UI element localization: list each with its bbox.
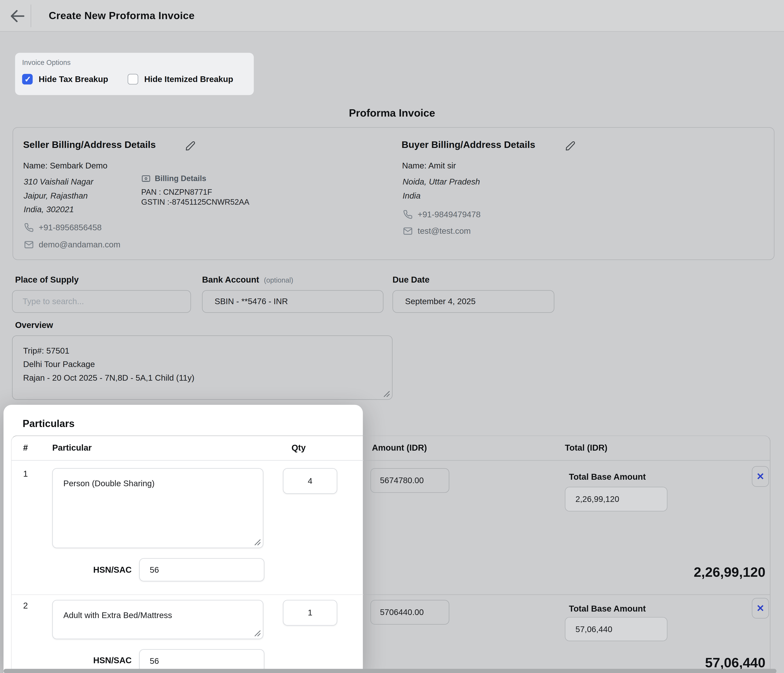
- hsn-sac-label: HSN/SAC: [72, 656, 132, 666]
- hide-tax-breakup-label: Hide Tax Breakup: [39, 75, 108, 84]
- col-header-particular: Particular: [52, 436, 92, 460]
- pencil-icon: [565, 141, 576, 151]
- amount-input[interactable]: [370, 600, 450, 625]
- total-base-amount-label: Total Base Amount: [569, 472, 646, 482]
- pencil-icon: [185, 141, 195, 151]
- row-total: 2,26,99,120: [539, 564, 765, 581]
- bank-account-label: Bank Account (optional): [202, 275, 293, 285]
- particular-textarea[interactable]: Person (Double Sharing): [52, 468, 263, 548]
- phone-icon: [24, 223, 34, 232]
- particular-textarea[interactable]: Adult with Extra Bed/Mattress: [52, 600, 263, 639]
- horizontal-scrollbar[interactable]: [3, 669, 776, 673]
- hide-itemized-breakup-option[interactable]: Hide Itemized Breakup: [128, 74, 233, 84]
- seller-phone-row: +91-8956856458: [24, 223, 102, 232]
- bank-account-select[interactable]: [202, 290, 383, 313]
- row-divider: [12, 595, 770, 595]
- col-header-amount: Amount (IDR): [372, 436, 427, 460]
- page-title: Create New Proforma Invoice: [49, 9, 194, 22]
- seller-email-row: demo@andaman.com: [24, 240, 121, 249]
- invoice-options-title: Invoice Options: [22, 58, 71, 67]
- top-bar: Create New Proforma Invoice: [0, 0, 784, 32]
- amount-input[interactable]: [370, 468, 450, 493]
- buyer-edit-button[interactable]: [565, 141, 576, 151]
- seller-email: demo@andaman.com: [39, 240, 120, 249]
- row-index: 1: [23, 469, 28, 479]
- billing-details-title: Billing Details: [141, 174, 206, 183]
- col-header-index: #: [23, 436, 28, 460]
- seller-address-line: 310 Vaishali Nagar: [23, 177, 93, 187]
- table-header-divider: [12, 460, 770, 461]
- buyer-address-line: India: [403, 191, 420, 201]
- document-title: Proforma Invoice: [0, 107, 784, 119]
- hsn-sac-label: HSN/SAC: [72, 565, 132, 575]
- row-index: 2: [23, 601, 28, 611]
- hide-itemized-breakup-checkbox[interactable]: [128, 74, 138, 84]
- remove-row-button[interactable]: ✕: [752, 466, 769, 487]
- hide-tax-breakup-option[interactable]: Hide Tax Breakup: [22, 74, 108, 84]
- close-icon: ✕: [756, 602, 764, 614]
- buyer-phone: +91-9849479478: [418, 210, 481, 219]
- header-divider: [31, 5, 31, 27]
- overview-label: Overview: [15, 321, 53, 330]
- col-header-qty: Qty: [292, 436, 306, 460]
- place-of-supply-input[interactable]: [12, 290, 191, 313]
- particular-textarea-wrap: Person (Double Sharing): [52, 468, 263, 548]
- due-date-label: Due Date: [392, 275, 429, 285]
- billing-address-card: Seller Billing/Address Details Name: Sem…: [12, 127, 775, 260]
- seller-section-title: Seller Billing/Address Details: [23, 139, 156, 150]
- bank-account-hint: (optional): [264, 276, 293, 284]
- total-base-amount-label: Total Base Amount: [569, 604, 646, 614]
- phone-icon: [403, 210, 412, 219]
- hide-itemized-breakup-label: Hide Itemized Breakup: [144, 75, 233, 84]
- seller-edit-button[interactable]: [185, 141, 195, 151]
- overview-textarea-wrap: Trip#: 57501 Delhi Tour Package Rajan - …: [12, 335, 392, 400]
- buyer-section-title: Buyer Billing/Address Details: [401, 139, 535, 150]
- seller-address-line: India, 302021: [23, 205, 74, 214]
- qty-input[interactable]: [283, 600, 337, 626]
- buyer-email-row: test@test.com: [403, 226, 471, 236]
- mail-icon: [403, 226, 412, 236]
- arrow-left-icon: [9, 7, 26, 25]
- total-base-amount-input[interactable]: [565, 487, 667, 511]
- particular-textarea-wrap: Adult with Extra Bed/Mattress: [52, 600, 263, 639]
- due-date-input[interactable]: [392, 290, 554, 313]
- seller-pan: PAN : CNZPN8771F: [141, 188, 212, 196]
- billing-details-icon: [141, 175, 151, 182]
- mail-icon: [24, 240, 34, 249]
- qty-input[interactable]: [283, 468, 337, 494]
- col-header-total: Total (IDR): [565, 436, 607, 460]
- hide-tax-breakup-checkbox[interactable]: [22, 74, 33, 84]
- invoice-options-card: Invoice Options Hide Tax Breakup Hide It…: [15, 53, 254, 95]
- place-of-supply-label: Place of Supply: [15, 275, 79, 285]
- buyer-email: test@test.com: [418, 226, 471, 236]
- close-icon: ✕: [756, 471, 764, 482]
- remove-row-button[interactable]: ✕: [752, 598, 769, 618]
- overview-textarea[interactable]: Trip#: 57501 Delhi Tour Package Rajan - …: [12, 335, 392, 400]
- particulars-table: # Particular Qty Amount (IDR) Total (IDR…: [11, 436, 770, 673]
- seller-phone: +91-8956856458: [39, 223, 102, 232]
- seller-gstin: GSTIN :-87451125CNWR52AA: [141, 198, 249, 207]
- buyer-phone-row: +91-9849479478: [403, 210, 481, 219]
- buyer-name: Name: Amit sir: [402, 161, 456, 170]
- page: Create New Proforma Invoice Invoice Opti…: [0, 0, 784, 673]
- bank-account-label-text: Bank Account: [202, 275, 259, 285]
- hsn-sac-input[interactable]: [139, 558, 264, 581]
- particulars-title: Particulars: [23, 418, 75, 430]
- billing-details-label: Billing Details: [155, 174, 206, 183]
- total-base-amount-input[interactable]: [565, 617, 667, 641]
- back-button[interactable]: [9, 7, 26, 25]
- seller-address-line: Jaipur, Rajasthan: [23, 191, 88, 201]
- buyer-address-line: Noida, Uttar Pradesh: [403, 177, 480, 187]
- seller-name: Name: Sembark Demo: [23, 161, 107, 170]
